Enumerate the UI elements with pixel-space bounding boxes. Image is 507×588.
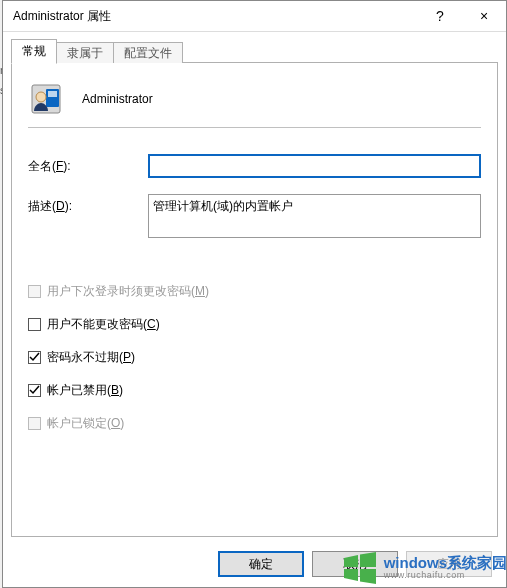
checkbox-neverexpire-box[interactable] [28,351,41,364]
checkbox-disabled-box[interactable] [28,384,41,397]
svg-rect-2 [48,91,57,97]
close-button[interactable]: × [462,1,506,31]
tab-profile[interactable]: 配置文件 [113,42,183,63]
input-fullname[interactable] [148,154,481,178]
tab-memberof[interactable]: 隶属于 [56,42,114,63]
watermark-text: windows系统家园 www.ruchaifu.com [384,555,507,581]
window-title: Administrator 属性 [3,8,418,25]
checkbox-cannotchange-label: 用户不能更改密码(C) [47,316,160,333]
titlebar: Administrator 属性 ? × [3,1,506,32]
tab-panel-general: Administrator 全名(F): 描述(D): 管理计算机(域)的内置帐… [11,62,498,537]
client-area: 常规 隶属于 配置文件 Administrator [11,39,498,537]
row-description: 描述(D): 管理计算机(域)的内置帐户 [28,194,481,241]
watermark-line1: windows系统家园 [384,555,507,572]
checkbox-mustchange-label: 用户下次登录时须更改密码(M) [47,283,209,300]
checkbox-locked-box [28,417,41,430]
checkbox-mustchange-box [28,285,41,298]
check-cannotchange[interactable]: 用户不能更改密码(C) [28,316,481,333]
checkbox-locked-label: 帐户已锁定(O) [47,415,124,432]
ok-button[interactable]: 确定 [218,551,304,577]
label-fullname: 全名(F): [28,154,148,175]
watermark-line2: www.ruchaifu.com [384,571,507,581]
tab-strip: 常规 隶属于 配置文件 [11,39,498,63]
svg-point-3 [36,92,46,102]
separator [28,127,481,128]
watermark: windows系统家园 www.ruchaifu.com [340,548,507,588]
checkbox-neverexpire-label: 密码永不过期(P) [47,349,135,366]
checkbox-cannotchange-box[interactable] [28,318,41,331]
account-name: Administrator [82,92,153,106]
user-icon [28,81,64,117]
windows-logo-icon [340,548,380,588]
checkbox-disabled-label: 帐户已禁用(B) [47,382,123,399]
label-description: 描述(D): [28,194,148,215]
account-header: Administrator [28,81,481,117]
check-disabled[interactable]: 帐户已禁用(B) [28,382,481,399]
input-description[interactable]: 管理计算机(域)的内置帐户 [148,194,481,238]
properties-dialog: Administrator 属性 ? × 常规 隶属于 配置文件 [2,0,507,588]
check-locked: 帐户已锁定(O) [28,415,481,432]
help-button[interactable]: ? [418,1,462,31]
check-mustchange: 用户下次登录时须更改密码(M) [28,283,481,300]
check-neverexpire[interactable]: 密码永不过期(P) [28,349,481,366]
tab-general[interactable]: 常规 [11,39,57,64]
row-fullname: 全名(F): [28,154,481,178]
